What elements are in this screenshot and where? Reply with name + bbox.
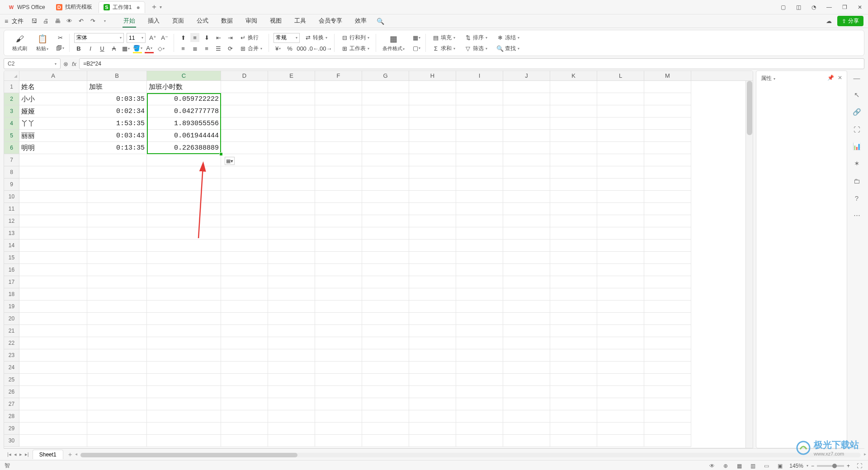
- cell[interactable]: [550, 130, 597, 142]
- zoom-in-icon[interactable]: +: [847, 463, 850, 469]
- cell[interactable]: [362, 191, 409, 203]
- print-preview-icon[interactable]: 👁: [65, 17, 73, 25]
- cell[interactable]: [221, 374, 268, 386]
- cell[interactable]: [597, 215, 644, 227]
- cell[interactable]: [456, 142, 503, 154]
- cell[interactable]: [550, 398, 597, 410]
- cell[interactable]: [147, 313, 221, 325]
- cell[interactable]: [362, 313, 409, 325]
- cell[interactable]: [550, 337, 597, 349]
- cell[interactable]: [87, 215, 147, 227]
- col-header-D[interactable]: D: [221, 71, 268, 80]
- row-header[interactable]: 26: [4, 386, 19, 398]
- col-header-C[interactable]: C: [147, 71, 221, 80]
- cell[interactable]: [147, 252, 221, 264]
- cell[interactable]: 娅娅: [19, 105, 87, 118]
- cell[interactable]: [597, 276, 644, 288]
- italic-button[interactable]: I: [86, 44, 95, 53]
- increase-font-icon[interactable]: A⁺: [148, 33, 157, 42]
- cell[interactable]: [19, 325, 87, 337]
- cell[interactable]: 0:03:35: [87, 93, 147, 105]
- cell[interactable]: [409, 81, 456, 93]
- cell[interactable]: 丽丽: [19, 130, 87, 142]
- row-header[interactable]: 22: [4, 337, 19, 349]
- cell[interactable]: [597, 313, 644, 325]
- cell[interactable]: [19, 337, 87, 349]
- cell[interactable]: [597, 349, 644, 362]
- cell[interactable]: [550, 203, 597, 215]
- cell[interactable]: [268, 81, 315, 93]
- cell[interactable]: [550, 252, 597, 264]
- cell[interactable]: [503, 349, 550, 362]
- cell[interactable]: [362, 81, 409, 93]
- cell[interactable]: [456, 227, 503, 240]
- cell[interactable]: [503, 81, 550, 93]
- cancel-formula-icon[interactable]: ⊗: [63, 61, 68, 67]
- cell[interactable]: [19, 423, 87, 435]
- cell[interactable]: [221, 227, 268, 240]
- tab-list-dropdown[interactable]: ▾: [160, 5, 166, 9]
- row-header[interactable]: 23: [4, 349, 19, 362]
- row-header[interactable]: 7: [4, 154, 19, 166]
- cell[interactable]: [456, 166, 503, 179]
- horizontal-scrollbar[interactable]: ◂ ▸: [80, 451, 861, 458]
- cell[interactable]: [409, 166, 456, 179]
- cell[interactable]: [456, 240, 503, 252]
- cell[interactable]: [221, 191, 268, 203]
- cell[interactable]: [19, 398, 87, 410]
- cell[interactable]: [644, 423, 691, 435]
- cell[interactable]: [19, 154, 87, 166]
- formula-input[interactable]: =B2*24: [79, 58, 864, 69]
- cell[interactable]: [597, 118, 644, 130]
- cell[interactable]: [19, 386, 87, 398]
- cell[interactable]: [147, 301, 221, 313]
- cell[interactable]: [362, 252, 409, 264]
- cell[interactable]: [362, 435, 409, 447]
- cell[interactable]: [315, 337, 362, 349]
- tab-tools[interactable]: 工具: [293, 15, 307, 28]
- cell[interactable]: [550, 118, 597, 130]
- underline-button[interactable]: U: [98, 44, 107, 53]
- cell[interactable]: [644, 154, 691, 166]
- cell[interactable]: [221, 142, 268, 154]
- cell[interactable]: [503, 374, 550, 386]
- col-header-J[interactable]: J: [503, 71, 550, 80]
- cell[interactable]: [409, 386, 456, 398]
- cell[interactable]: [221, 288, 268, 301]
- cell[interactable]: [147, 410, 221, 423]
- cell[interactable]: [147, 325, 221, 337]
- cell[interactable]: [315, 264, 362, 276]
- zoom-out-icon[interactable]: −: [811, 463, 814, 469]
- cell[interactable]: [315, 93, 362, 105]
- align-justify-icon[interactable]: ☰: [214, 44, 223, 53]
- cell[interactable]: [456, 325, 503, 337]
- cell[interactable]: [362, 423, 409, 435]
- row-header[interactable]: 5: [4, 130, 19, 142]
- help-tool-icon[interactable]: ?: [852, 193, 861, 202]
- cell[interactable]: [315, 435, 362, 447]
- tab-workbook[interactable]: S 工作簿1 ●: [99, 1, 145, 13]
- cell[interactable]: [87, 179, 147, 191]
- cell[interactable]: [409, 215, 456, 227]
- cell[interactable]: [268, 264, 315, 276]
- cell[interactable]: [221, 410, 268, 423]
- cell[interactable]: [503, 398, 550, 410]
- cell[interactable]: [87, 410, 147, 423]
- cell[interactable]: [221, 362, 268, 374]
- cell[interactable]: [268, 398, 315, 410]
- increase-decimal-icon[interactable]: .00→: [321, 44, 330, 53]
- cell[interactable]: [456, 374, 503, 386]
- cell[interactable]: [456, 410, 503, 423]
- cell[interactable]: [147, 191, 221, 203]
- cell[interactable]: [597, 130, 644, 142]
- cell[interactable]: [409, 398, 456, 410]
- cell[interactable]: [644, 325, 691, 337]
- cell[interactable]: [221, 118, 268, 130]
- cell[interactable]: [315, 215, 362, 227]
- cell[interactable]: [87, 313, 147, 325]
- cell[interactable]: [315, 81, 362, 93]
- cell[interactable]: [315, 313, 362, 325]
- cell[interactable]: [147, 398, 221, 410]
- decrease-indent-icon[interactable]: ⇤: [214, 33, 223, 42]
- cell[interactable]: [315, 142, 362, 154]
